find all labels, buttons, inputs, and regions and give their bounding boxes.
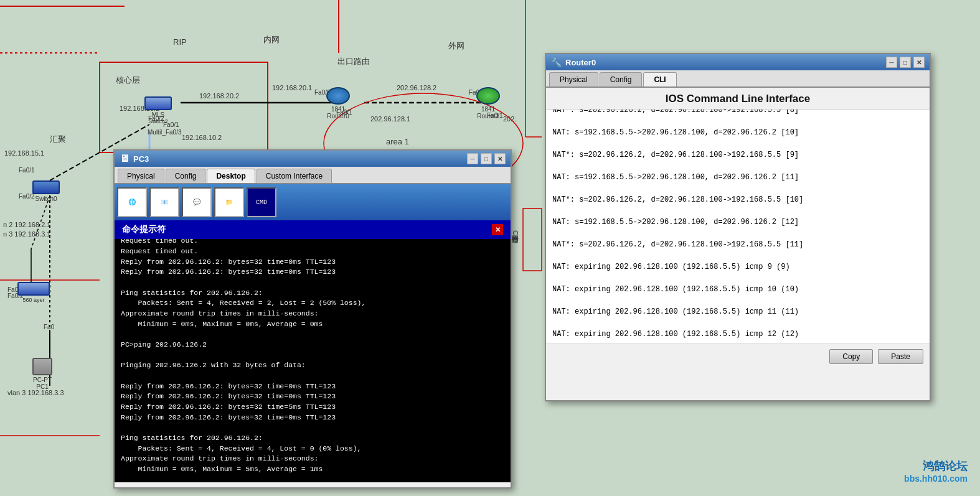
cmd-close-btn[interactable]: ✕	[492, 224, 503, 235]
router-tab-config[interactable]: Config	[600, 72, 643, 87]
pc3-tab-config[interactable]: Config	[166, 169, 206, 183]
watermark-line2: bbs.hh010.com	[904, 474, 968, 484]
cmd-output: Packet Tracer PC Command Line 1.0 PC>pin…	[121, 239, 504, 475]
desktop-icon-4[interactable]: 📁	[214, 187, 244, 217]
huiju-label: 汇聚	[50, 134, 66, 145]
pc3-maximize-btn[interactable]: □	[481, 153, 492, 164]
ip-label-6: 202.96.128.1	[370, 115, 410, 123]
desktop-icon-3[interactable]: 💬	[182, 187, 212, 217]
router-minimize-btn[interactable]: ─	[886, 57, 897, 68]
cli-heading: IOS Command Line Interface	[546, 88, 930, 110]
desktop-toolbar: 🌐 📧 💬 📁 CMD	[115, 184, 511, 220]
router1-device: 1841 Router1	[476, 87, 500, 119]
cli-area: IOS Command Line Interface Router# %SYS-…	[546, 88, 930, 369]
router-title: Router0	[565, 58, 596, 67]
hexin-label: 核心层	[116, 75, 140, 86]
router0-device: 1841 Router0	[326, 87, 350, 119]
wai-wang-label: 外网	[448, 40, 464, 52]
pc3-title: PC3	[133, 154, 149, 164]
fa0-left: Fa0	[44, 324, 54, 330]
area1-label: area 1	[386, 137, 409, 146]
desktop-icon-2[interactable]: 📧	[149, 187, 179, 217]
router-tab-physical[interactable]: Physical	[549, 72, 598, 87]
fa01-left: Fa0/1	[19, 167, 35, 174]
desktop-icon-1[interactable]: 🌐	[117, 187, 147, 217]
paste-button[interactable]: Paste	[878, 349, 923, 364]
cmd-title-text: 命令提示符	[122, 224, 166, 235]
fa03-label: Multil_Fa0/3	[148, 129, 181, 136]
ip-label-1: 192.168.20.2	[199, 92, 239, 100]
watermark: 鸿鹄论坛 bbs.hh010.com	[904, 459, 968, 484]
router-maximize-btn[interactable]: □	[900, 57, 911, 68]
ip-label-8: 202.	[503, 115, 516, 123]
pc1-device: PC-PT PC1	[32, 358, 52, 390]
vlan1-label: n 2 192.168.2.1	[3, 221, 50, 228]
cli-output: Router# %SYS-5-CONFIG_I: Configured from…	[552, 110, 923, 340]
router-tabs: Physical Config CLI	[546, 70, 930, 88]
pc3-window: 🖥 PC3 ─ □ ✕ Physical Config Desktop Cust…	[113, 149, 512, 489]
pc3-tab-physical[interactable]: Physical	[118, 169, 164, 183]
ip-label-7: 192.168.10.2	[182, 134, 222, 141]
mls-device: MLS Switch2	[144, 96, 172, 124]
watermark-line1: 鸿鹄论坛	[904, 459, 968, 474]
router-close-btn[interactable]: ✕	[913, 57, 925, 68]
router-tab-cli[interactable]: CLI	[643, 72, 676, 87]
cmd-body[interactable]: Packet Tracer PC Command Line 1.0 PC>pin…	[115, 239, 511, 480]
pc3-tab-custom[interactable]: Custom Interface	[257, 169, 332, 183]
nei-wang-label: 内网	[263, 34, 280, 45]
ip-label-5: 202.96.128.2	[397, 84, 436, 91]
ip-label-4: 192.168.20.1	[272, 84, 312, 91]
desktop-icon-cmd[interactable]: CMD	[247, 187, 276, 217]
pc3-tab-desktop[interactable]: Desktop	[207, 169, 255, 183]
ip-label-3: 192.168.15.1	[4, 149, 44, 157]
pc3-content: 🌐 📧 💬 📁 CMD 命令提示符 ✕ Packet Tracer PC Com…	[115, 184, 511, 482]
chukoulouyou-label: 出口路由	[337, 56, 370, 67]
router-win-controls[interactable]: ─ □ ✕	[886, 57, 925, 68]
copy-button[interactable]: Copy	[829, 349, 873, 364]
router-window: 🔧 Router0 ─ □ ✕ Physical Config CLI IOS …	[545, 53, 931, 401]
rip-label: RIP	[173, 37, 187, 47]
cli-content[interactable]: Router# %SYS-5-CONFIG_I: Configured from…	[546, 110, 930, 344]
switch0-device: Switch0	[32, 180, 60, 202]
pc3-titlebar: 🖥 PC3 ─ □ ✕	[115, 151, 511, 167]
pc3-window-controls[interactable]: ─ □ ✕	[467, 153, 506, 164]
layer-switch-device: 560 ayer	[17, 282, 50, 303]
vlan2-label: n 3 192.168.3.1	[3, 230, 50, 238]
running-label: 网络运行C	[511, 230, 520, 235]
pc3-close-btn[interactable]: ✕	[494, 153, 506, 164]
router-titlebar: 🔧 Router0 ─ □ ✕	[546, 54, 930, 70]
cmd-titlebar: 命令提示符 ✕	[115, 220, 511, 239]
pc3-tabs: Physical Config Desktop Custom Interface	[115, 167, 511, 184]
cmd-container: 命令提示符 ✕ Packet Tracer PC Command Line 1.…	[115, 220, 511, 482]
pc3-minimize-btn[interactable]: ─	[467, 153, 478, 164]
svg-rect-13	[523, 208, 542, 271]
cli-footer: Copy Paste	[546, 344, 930, 369]
